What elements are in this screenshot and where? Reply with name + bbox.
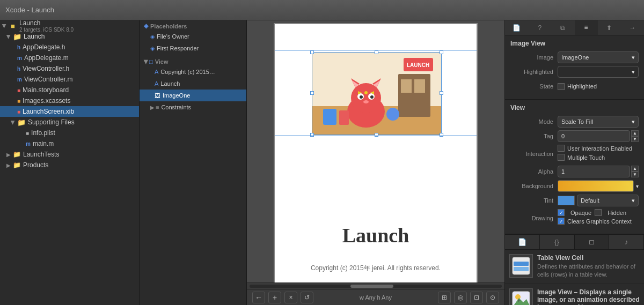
handle-mr[interactable]: [440, 91, 443, 95]
alpha-control: ▲ ▼: [558, 166, 639, 177]
outline-launch-label[interactable]: A Launch: [140, 78, 246, 90]
back-btn[interactable]: ←: [252, 292, 265, 303]
view-section-label: View: [155, 58, 169, 65]
refresh-btn[interactable]: ↺: [301, 292, 313, 303]
sidebar-item-supporting-files[interactable]: ▶ 📁 Supporting Files: [0, 117, 139, 128]
layout-btn1[interactable]: ⊞: [438, 292, 451, 303]
lib-tab-code[interactable]: {}: [540, 235, 575, 249]
sidebar-item-viewcontroller-h[interactable]: h ViewController.h: [0, 63, 139, 74]
opaque-checkbox[interactable]: [558, 209, 565, 216]
imageone-label: ImageOne: [163, 92, 190, 99]
constraints-label: Constraints: [161, 104, 191, 110]
background-dropdown-icon: ▾: [636, 183, 639, 189]
multiple-touch-checkbox[interactable]: [558, 154, 565, 161]
highlighted-select[interactable]: ▾: [558, 66, 639, 78]
interaction-label: Interaction: [510, 151, 553, 157]
sidebar-item-appdelegate-h[interactable]: h AppDelegate.h: [0, 42, 139, 53]
drawing-label: Drawing: [510, 215, 553, 221]
table-view-cell-info: Table View Cell Defines the attributes a…: [537, 254, 640, 279]
guide-top: [274, 50, 478, 51]
alpha-down[interactable]: ▼: [631, 172, 639, 177]
handle-tm[interactable]: [375, 50, 378, 54]
inspector-tab-identity[interactable]: ⧉: [551, 20, 574, 35]
alpha-input[interactable]: [558, 166, 630, 177]
image-select[interactable]: ImageOne ▾: [558, 51, 639, 63]
inspector-tab-attributes[interactable]: ≡: [575, 20, 598, 35]
launchscreen-xib-label: LaunchScreen.xib: [23, 108, 74, 115]
background-color-swatch[interactable]: [558, 180, 634, 192]
handle-tl[interactable]: [310, 50, 314, 54]
outline-constraints[interactable]: ▶ ≡ Constraints: [140, 101, 246, 113]
tint-row: Tint Default ▾: [510, 195, 639, 206]
sidebar-item-appdelegate-m[interactable]: m AppDelegate.m: [0, 53, 139, 63]
viewcontroller-h-label: ViewController.h: [23, 65, 69, 72]
sidebar-item-main-m[interactable]: m main.m: [0, 138, 139, 149]
canvas-area: •••: [247, 20, 504, 305]
inspector-tab-connections[interactable]: →: [621, 20, 644, 35]
sidebar-item-launch-group[interactable]: ▶ 📁 Launch: [0, 31, 139, 42]
tag-down[interactable]: ▼: [631, 136, 639, 142]
layout-btn2[interactable]: ◎: [454, 292, 467, 303]
main-m-icon: m: [26, 141, 31, 147]
layout-btn4[interactable]: ⊙: [486, 292, 499, 303]
svg-point-13: [360, 95, 363, 99]
tag-input[interactable]: [558, 130, 630, 142]
products-expand-icon: ▶: [6, 162, 11, 168]
handle-ml[interactable]: [310, 91, 314, 95]
object-table-view-cell[interactable]: Table View Cell Defines the attributes a…: [505, 250, 644, 284]
outline-copyright[interactable]: A Copyright (c) 2015…: [140, 66, 246, 78]
clears-graphics-checkbox[interactable]: [558, 218, 565, 225]
alpha-up[interactable]: ▲: [631, 166, 639, 172]
highlighted-dropdown-icon: ▾: [632, 69, 635, 76]
object-list: Table View Cell Defines the attributes a…: [505, 250, 644, 305]
cat-image-svg: LAUNCH: [312, 53, 441, 135]
sidebar-project-root[interactable]: ▶ ■ Launch 2 targets, iOS SDK 8.0: [0, 20, 139, 31]
sidebar-item-launchscreen-xib[interactable]: ■ LaunchScreen.xib: [0, 106, 139, 117]
canvas-content[interactable]: •••: [247, 20, 504, 282]
outline-files-owner[interactable]: ◈ File's Owner: [140, 31, 246, 42]
xcassets-icon: ■: [17, 98, 20, 104]
scrollbar-thumb[interactable]: [350, 285, 393, 288]
appdelegate-h-label: AppDelegate.h: [23, 43, 65, 51]
object-image-view[interactable]: Image View – Displays a single image, or…: [505, 284, 644, 305]
lib-tab-file[interactable]: 📄: [505, 235, 540, 249]
appdelegate-m-label: AppDelegate.m: [24, 54, 69, 62]
sidebar-item-images-xcassets[interactable]: ■ Images.xcassets: [0, 95, 139, 106]
sidebar-item-viewcontroller-m[interactable]: m ViewController.m: [0, 74, 139, 85]
tint-color-swatch[interactable]: [558, 196, 575, 205]
launchtests-label: LaunchTests: [23, 151, 59, 158]
handle-tr[interactable]: [440, 50, 443, 54]
lib-tab-object[interactable]: □: [575, 235, 610, 249]
tag-up[interactable]: ▲: [631, 130, 639, 136]
add-btn[interactable]: +: [268, 292, 281, 303]
hidden-checkbox[interactable]: [595, 209, 602, 216]
file-navigator: ▶ ■ Launch 2 targets, iOS SDK 8.0 ▶ 📁 La…: [0, 20, 140, 305]
sidebar-item-launchtests[interactable]: ▶ 📁 LaunchTests: [0, 149, 139, 160]
svg-rect-20: [339, 110, 349, 125]
sidebar-item-products[interactable]: ▶ 📁 Products: [0, 160, 139, 170]
image-control: ImageOne ▾: [558, 51, 639, 63]
outline-imageone[interactable]: 🖼 ImageOne: [140, 90, 246, 101]
sidebar-item-main-storyboard[interactable]: ■ Main.storyboard: [0, 85, 139, 95]
state-label: State: [510, 83, 553, 90]
horizontal-scrollbar[interactable]: [247, 282, 504, 289]
inspector-tab-help[interactable]: ?: [528, 20, 551, 35]
delete-btn[interactable]: ×: [284, 292, 297, 303]
tint-select[interactable]: Default ▾: [577, 195, 639, 206]
highlighted-checkbox[interactable]: [558, 83, 565, 90]
user-interaction-checkbox[interactable]: [558, 145, 565, 152]
view-expand-icon: ▶: [143, 59, 149, 64]
mode-select[interactable]: Scale To Fill ▾: [558, 116, 639, 128]
device-frame[interactable]: LAUNCH Launch Copyright (c) 2015年 jerei.…: [274, 23, 478, 283]
lib-tab-media[interactable]: ♪: [609, 235, 644, 249]
m-icon: m: [17, 55, 22, 61]
svg-rect-4: [414, 79, 425, 93]
inspector-tab-file[interactable]: 📄: [505, 20, 528, 35]
images-xcassets-label: Images.xcassets: [23, 97, 70, 105]
layout-btn3[interactable]: ⊡: [470, 292, 483, 303]
background-row: Background ▾: [510, 180, 639, 192]
outline-first-responder[interactable]: ◈ First Responder: [140, 42, 246, 54]
sidebar-item-info-plist[interactable]: ■ Info.plist: [0, 128, 139, 138]
inspector-tab-size[interactable]: ⬆: [598, 20, 621, 35]
view-section-header: ▶ □ View: [140, 56, 246, 66]
